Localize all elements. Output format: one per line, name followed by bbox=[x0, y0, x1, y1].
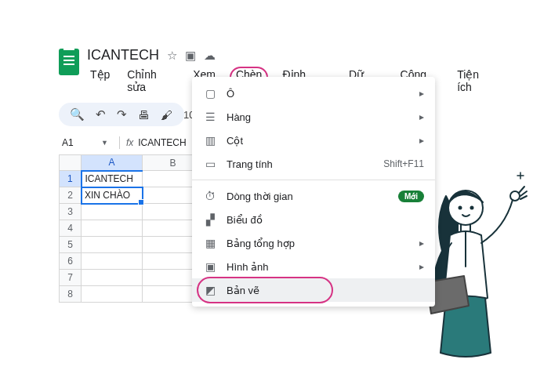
insert-sheet-shortcut: Shift+F11 bbox=[383, 158, 424, 169]
formula-value[interactable]: ICANTECH bbox=[138, 137, 186, 148]
col-header-a[interactable]: A bbox=[82, 155, 143, 171]
menu-extensions[interactable]: Tiện ích bbox=[454, 67, 498, 95]
columns-icon: ▥ bbox=[203, 134, 217, 147]
row-header-4[interactable]: 4 bbox=[60, 220, 82, 237]
chart-icon: ▞ bbox=[203, 213, 217, 226]
cell-a3[interactable] bbox=[82, 204, 143, 220]
print-icon[interactable]: 🖶 bbox=[138, 108, 150, 122]
cell-a5[interactable] bbox=[82, 237, 143, 253]
insert-cells[interactable]: ▢ Ô ▸ bbox=[192, 82, 435, 105]
menu-edit[interactable]: Chỉnh sửa bbox=[124, 67, 179, 95]
cell-a7[interactable] bbox=[82, 270, 143, 286]
image-icon: ▣ bbox=[203, 260, 217, 273]
insert-sheet-label: Trang tính bbox=[227, 158, 374, 170]
row-header-6[interactable]: 6 bbox=[60, 253, 82, 270]
cell-a6[interactable] bbox=[82, 253, 143, 270]
document-title[interactable]: ICANTECH bbox=[87, 47, 159, 64]
cloud-icon[interactable]: ☁ bbox=[204, 49, 216, 63]
cell-a2[interactable]: XIN CHÀO bbox=[82, 187, 143, 204]
spreadsheet-grid[interactable]: A B 1 ICANTECH 2 XIN CHÀO 3 4 5 6 7 8 bbox=[59, 154, 204, 303]
row-header-5[interactable]: 5 bbox=[60, 237, 82, 253]
row-header-3[interactable]: 3 bbox=[60, 204, 82, 220]
submenu-arrow-icon: ▸ bbox=[419, 238, 424, 249]
menu-file[interactable]: Tệp bbox=[87, 67, 113, 95]
row-header-8[interactable]: 8 bbox=[60, 286, 82, 303]
submenu-arrow-icon: ▸ bbox=[419, 88, 424, 99]
redo-icon[interactable]: ↷ bbox=[117, 107, 127, 122]
rows-icon: ☰ bbox=[203, 111, 217, 123]
insert-columns-label: Cột bbox=[227, 135, 410, 147]
sheets-logo-icon bbox=[59, 49, 79, 75]
cell-a1[interactable]: ICANTECH bbox=[82, 171, 143, 187]
insert-chart-label: Biểu đồ bbox=[227, 214, 424, 226]
cell-a4[interactable] bbox=[82, 220, 143, 237]
timeline-icon: ⏱ bbox=[203, 190, 217, 202]
fx-icon: fx bbox=[126, 137, 133, 148]
svg-point-3 bbox=[510, 191, 520, 201]
submenu-arrow-icon: ▸ bbox=[419, 111, 424, 122]
insert-columns[interactable]: ▥ Cột ▸ bbox=[192, 129, 435, 152]
name-box-caret-icon[interactable]: ▼ bbox=[101, 139, 108, 147]
insert-rows[interactable]: ☰ Hàng ▸ bbox=[192, 105, 435, 129]
toolbar: 🔍 ↶ ↷ 🖶 🖌 100 bbox=[59, 103, 184, 126]
new-badge: Mới bbox=[398, 191, 424, 202]
move-icon[interactable]: ▣ bbox=[185, 49, 196, 63]
submenu-arrow-icon: ▸ bbox=[419, 135, 424, 146]
undo-icon[interactable]: ↶ bbox=[96, 107, 106, 122]
insert-cells-label: Ô bbox=[227, 88, 410, 100]
insert-timeline-label: Dòng thời gian bbox=[227, 191, 389, 202]
insert-image-label: Hình ảnh bbox=[227, 261, 410, 273]
search-icon[interactable]: 🔍 bbox=[70, 107, 85, 122]
title-row: ICANTECH ☆ ▣ ☁ bbox=[87, 47, 498, 64]
row-header-7[interactable]: 7 bbox=[60, 270, 82, 286]
insert-rows-label: Hàng bbox=[227, 111, 410, 123]
pivot-icon: ▦ bbox=[203, 237, 217, 249]
divider bbox=[119, 136, 120, 149]
select-all-corner[interactable] bbox=[60, 155, 82, 171]
row-header-1[interactable]: 1 bbox=[60, 171, 82, 187]
insert-drawing-label: Bản vẽ bbox=[227, 285, 424, 296]
submenu-arrow-icon: ▸ bbox=[419, 261, 424, 272]
cells-icon: ▢ bbox=[203, 87, 217, 100]
insert-sheet[interactable]: ▭ Trang tính Shift+F11 bbox=[192, 152, 435, 176]
row-header-2[interactable]: 2 bbox=[60, 187, 82, 204]
paint-format-icon[interactable]: 🖌 bbox=[161, 108, 172, 122]
insert-image[interactable]: ▣ Hình ảnh ▸ bbox=[192, 255, 435, 278]
insert-timeline[interactable]: ⏱ Dòng thời gian Mới bbox=[192, 184, 435, 208]
cell-a8[interactable] bbox=[82, 286, 143, 303]
star-icon[interactable]: ☆ bbox=[167, 49, 177, 63]
name-box[interactable] bbox=[59, 136, 103, 150]
insert-menu-dropdown: ▢ Ô ▸ ☰ Hàng ▸ ▥ Cột ▸ ▭ Trang tính Shif… bbox=[192, 77, 435, 307]
menu-separator bbox=[192, 180, 435, 180]
sheet-icon: ▭ bbox=[203, 158, 217, 170]
insert-pivot-label: Bảng tổng hợp bbox=[227, 238, 410, 249]
insert-pivot[interactable]: ▦ Bảng tổng hợp ▸ bbox=[192, 231, 435, 255]
insert-drawing[interactable]: ◩ Bản vẽ bbox=[192, 278, 435, 302]
title-icons: ☆ ▣ ☁ bbox=[167, 49, 216, 63]
drawing-icon: ◩ bbox=[203, 284, 217, 296]
sheets-app: ICANTECH ☆ ▣ ☁ Tệp Chỉnh sửa Xem Chèn Đị… bbox=[59, 47, 498, 303]
insert-chart[interactable]: ▞ Biểu đồ bbox=[192, 208, 435, 231]
